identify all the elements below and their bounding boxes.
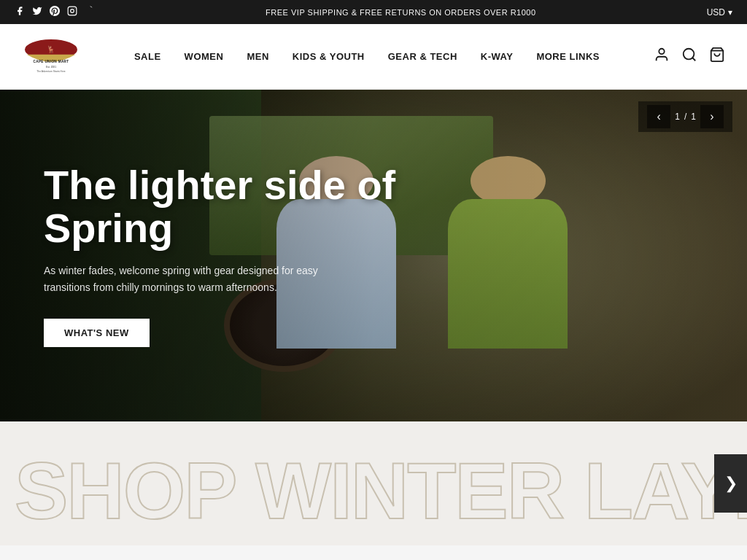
carousel-prev-button[interactable]: ‹ (647, 105, 670, 128)
nav-item-more-links[interactable]: MORE LINKS (525, 51, 611, 62)
nav-item-kids-youth[interactable]: KIDS & YOUTH (281, 51, 376, 62)
svg-text:Est. 2001: Est. 2001 (46, 65, 56, 68)
account-icon[interactable] (654, 47, 670, 66)
below-hero-section: SHOP WINTER LAYERS ❯ (0, 421, 747, 545)
hero-cta-button[interactable]: What's New (44, 319, 150, 347)
hero-content: The lighter side of Spring As winter fad… (0, 90, 747, 421)
hero-subtitle: As winter fades, welcome spring with gea… (44, 262, 350, 295)
social-icons-group (15, 6, 95, 18)
nav-item-men[interactable]: MEN (235, 51, 280, 62)
announcement-text: FREE VIP SHIPPING & FREE RETURNS ON ORDE… (95, 8, 707, 17)
twitter-icon[interactable] (32, 6, 42, 18)
currency-arrow: ▾ (728, 7, 732, 18)
main-nav: SALE WOMEN MEN KIDS & YOUTH GEAR & TECH … (123, 51, 611, 62)
svg-text:The Adventure Starts Here: The Adventure Starts Here (36, 70, 66, 73)
svg-point-10 (684, 49, 694, 60)
header-icons (654, 47, 725, 66)
pinterest-icon[interactable] (50, 6, 60, 18)
carousel-current: 1 (675, 112, 680, 122)
svg-point-9 (659, 49, 664, 54)
logo-area[interactable]: 🦌 CAPE UNION MART Est. 2001 The Adventur… (22, 35, 80, 79)
carousel-separator: / (684, 112, 686, 122)
currency-selector[interactable]: USD ▾ (707, 7, 732, 18)
carousel-total: 1 (691, 112, 696, 122)
currency-label: USD (707, 7, 725, 18)
hero-title: The lighter side of Spring (44, 164, 438, 250)
hero-section: The lighter side of Spring As winter fad… (0, 90, 747, 421)
site-header: 🦌 CAPE UNION MART Est. 2001 The Adventur… (0, 24, 747, 90)
svg-text:🦌: 🦌 (47, 45, 55, 54)
facebook-icon[interactable] (15, 6, 25, 18)
search-icon[interactable] (681, 47, 697, 66)
announcement-bar: FREE VIP SHIPPING & FREE RETURNS ON ORDE… (0, 0, 747, 24)
nav-item-gear-tech[interactable]: GEAR & TECH (376, 51, 469, 62)
svg-text:CAPE UNION MART: CAPE UNION MART (34, 60, 69, 63)
snapchat-icon[interactable] (85, 6, 95, 18)
site-logo[interactable]: 🦌 CAPE UNION MART Est. 2001 The Adventur… (22, 35, 80, 79)
nav-item-kway[interactable]: K-WAY (469, 51, 525, 62)
big-text-banner: SHOP WINTER LAYERS (15, 451, 732, 531)
carousel-next-button[interactable]: › (700, 105, 724, 128)
svg-point-2 (74, 8, 75, 9)
cart-icon[interactable] (709, 47, 725, 66)
nav-item-sale[interactable]: SALE (123, 51, 173, 62)
instagram-icon[interactable] (67, 6, 77, 18)
carousel-counter: ‹ 1 / 1 › (638, 101, 732, 132)
svg-point-1 (71, 9, 74, 13)
big-text-next-arrow[interactable]: ❯ (714, 454, 747, 513)
nav-item-women[interactable]: WOMEN (173, 51, 236, 62)
svg-rect-0 (68, 7, 77, 15)
